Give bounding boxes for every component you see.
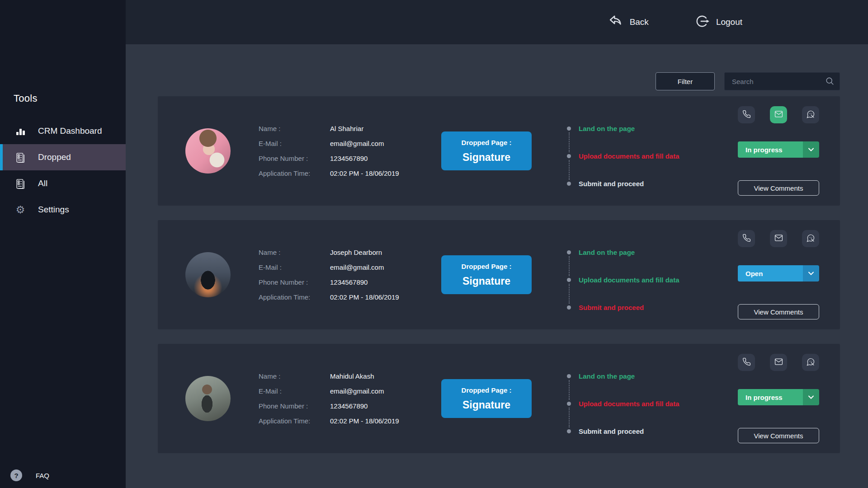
email-value: email@gmail.com bbox=[330, 387, 408, 395]
sidebar-item-settings[interactable]: ⚙ Settings bbox=[0, 197, 126, 223]
phone-value: 1234567890 bbox=[330, 155, 408, 162]
search-box bbox=[724, 72, 840, 90]
dropped-page-value: Signature bbox=[462, 151, 510, 164]
contact-actions bbox=[738, 354, 819, 371]
comment-button[interactable] bbox=[802, 354, 819, 371]
name-value: Joseph Dearborn bbox=[330, 249, 408, 256]
logout-button[interactable]: Logout bbox=[691, 13, 745, 32]
status-dropdown[interactable]: In progress bbox=[738, 141, 819, 158]
application-time-value: 02:02 PM - 18/06/2019 bbox=[330, 293, 408, 301]
status-label: In progress bbox=[738, 389, 803, 405]
step-item: Upload documents and fill data bbox=[567, 400, 696, 408]
applicant-avatar bbox=[185, 252, 231, 297]
progress-steps: Land on the page Upload documents and fi… bbox=[567, 249, 696, 311]
step-label: Submit and proceed bbox=[579, 304, 644, 311]
question-circle-icon: ? bbox=[10, 469, 22, 481]
step-label: Submit and proceed bbox=[579, 180, 644, 188]
step-label: Land on the page bbox=[579, 372, 635, 380]
chevron-down-icon[interactable] bbox=[803, 389, 819, 405]
logout-icon bbox=[694, 13, 710, 32]
chevron-down-icon[interactable] bbox=[803, 265, 819, 282]
comment-button[interactable] bbox=[802, 230, 819, 247]
step-connector bbox=[569, 160, 696, 180]
phone-icon bbox=[742, 234, 751, 244]
applicant-card: Name : Mahidul Akash E-Mail : email@gmai… bbox=[158, 344, 840, 453]
mail-icon bbox=[774, 110, 783, 120]
view-comments-button[interactable]: View Comments bbox=[738, 180, 819, 196]
step-item: Submit and proceed bbox=[567, 304, 696, 311]
card-actions: In progress View Comments bbox=[738, 106, 819, 196]
name-label: Name : bbox=[259, 125, 330, 132]
name-label: Name : bbox=[259, 249, 330, 256]
step-item: Land on the page bbox=[567, 249, 696, 256]
mail-icon bbox=[774, 357, 783, 367]
phone-label: Phone Number : bbox=[259, 278, 330, 286]
step-item: Submit and proceed bbox=[567, 427, 696, 435]
step-connector bbox=[569, 132, 696, 152]
main-content: Filter Name : Al Shahriar E-Mail : email… bbox=[126, 44, 868, 488]
status-dropdown[interactable]: Open bbox=[738, 265, 819, 282]
sidebar-item-label: CRM Dashboard bbox=[38, 126, 102, 136]
chat-edit-icon bbox=[806, 234, 815, 244]
sidebar-nav: CRM Dashboard Dropped bbox=[0, 118, 126, 223]
dropped-page-box: Dropped Page : Signature bbox=[441, 379, 532, 418]
status-dropdown[interactable]: In progress bbox=[738, 389, 819, 405]
call-button[interactable] bbox=[738, 230, 755, 247]
sidebar-item-faq[interactable]: ? FAQ bbox=[10, 469, 49, 481]
contact-actions bbox=[738, 106, 819, 123]
email-value: email@gmail.com bbox=[330, 140, 408, 147]
step-item: Land on the page bbox=[567, 125, 696, 132]
email-button[interactable] bbox=[770, 230, 787, 247]
contact-actions bbox=[738, 230, 819, 247]
applicant-fields: Name : Al Shahriar E-Mail : email@gmail.… bbox=[259, 125, 408, 177]
comment-button[interactable] bbox=[802, 106, 819, 123]
phone-value: 1234567890 bbox=[330, 278, 408, 286]
application-time-label: Application Time: bbox=[259, 293, 330, 301]
search-input[interactable] bbox=[724, 72, 840, 90]
applicant-avatar bbox=[185, 376, 231, 421]
step-item: Upload documents and fill data bbox=[567, 276, 696, 284]
name-value: Al Shahriar bbox=[330, 125, 408, 132]
filter-button[interactable]: Filter bbox=[656, 72, 715, 90]
step-bullet-icon bbox=[567, 374, 571, 378]
journal-icon bbox=[14, 178, 27, 189]
applicant-card-list: Name : Al Shahriar E-Mail : email@gmail.… bbox=[158, 96, 840, 453]
email-button[interactable] bbox=[770, 106, 787, 123]
sidebar-item-label: Settings bbox=[38, 205, 69, 215]
dropped-page-value: Signature bbox=[462, 399, 510, 411]
reply-arrow-icon bbox=[608, 13, 624, 32]
phone-label: Phone Number : bbox=[259, 155, 330, 162]
step-item: Submit and proceed bbox=[567, 180, 696, 188]
application-time-label: Application Time: bbox=[259, 417, 330, 425]
sidebar: Tools CRM Dashboard Dropped bbox=[0, 0, 126, 488]
toolbar: Filter bbox=[126, 72, 840, 90]
sidebar-item-label: Dropped bbox=[38, 152, 71, 162]
top-bar: Back Logout bbox=[126, 0, 868, 44]
phone-icon bbox=[742, 357, 751, 367]
view-comments-button[interactable]: View Comments bbox=[738, 428, 819, 443]
search-icon bbox=[826, 77, 835, 88]
back-button[interactable]: Back bbox=[605, 13, 651, 32]
journal-icon bbox=[14, 152, 27, 163]
status-label: Open bbox=[738, 265, 803, 282]
applicant-card: Name : Al Shahriar E-Mail : email@gmail.… bbox=[158, 96, 840, 206]
call-button[interactable] bbox=[738, 106, 755, 123]
email-label: E-Mail : bbox=[259, 263, 330, 271]
applicant-card: Name : Joseph Dearborn E-Mail : email@gm… bbox=[158, 220, 840, 329]
applicant-fields: Name : Mahidul Akash E-Mail : email@gmai… bbox=[259, 372, 408, 425]
application-time-label: Application Time: bbox=[259, 169, 330, 177]
sidebar-item-dropped[interactable]: Dropped bbox=[0, 144, 126, 170]
gear-icon: ⚙ bbox=[14, 205, 27, 215]
call-button[interactable] bbox=[738, 354, 755, 371]
step-bullet-icon bbox=[567, 429, 571, 433]
view-comments-button[interactable]: View Comments bbox=[738, 304, 819, 319]
dropped-page-label: Dropped Page : bbox=[462, 386, 512, 394]
email-button[interactable] bbox=[770, 354, 787, 371]
step-label: Land on the page bbox=[579, 249, 635, 256]
chevron-down-icon[interactable] bbox=[803, 141, 819, 158]
step-label: Land on the page bbox=[579, 125, 635, 132]
step-connector bbox=[569, 408, 696, 427]
mail-icon bbox=[774, 234, 783, 244]
sidebar-item-all[interactable]: All bbox=[0, 170, 126, 197]
sidebar-item-crm-dashboard[interactable]: CRM Dashboard bbox=[0, 118, 126, 144]
